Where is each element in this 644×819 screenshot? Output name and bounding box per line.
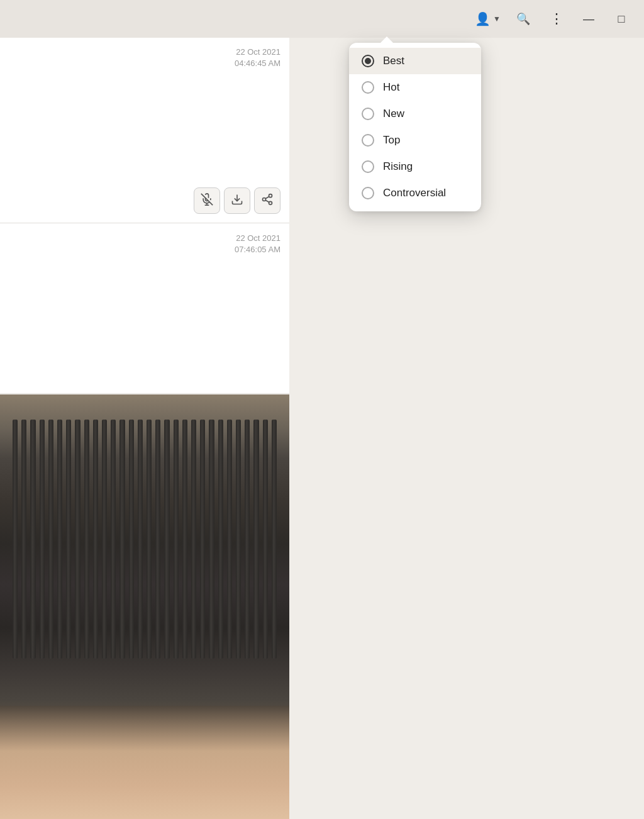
sort-option-rising[interactable]: Rising: [349, 153, 481, 180]
vent-stripe: [164, 420, 169, 659]
vent-stripe: [102, 420, 107, 659]
download-icon: [231, 193, 243, 209]
post-date-1: 22 Oct 2021 04:46:45 AM: [235, 47, 280, 69]
svg-point-4: [269, 194, 272, 197]
mic-off-button[interactable]: [194, 187, 220, 214]
vent-stripe: [13, 420, 18, 659]
sort-option-best[interactable]: Best: [349, 48, 481, 74]
user-icon: 👤: [475, 11, 491, 26]
kitchen-image: [0, 394, 289, 819]
person-silhouette: [0, 706, 289, 819]
sort-label-rising: Rising: [383, 160, 413, 173]
sort-dropdown: Best Hot New Top Rising Controversial: [349, 43, 481, 211]
post-actions-1: [194, 187, 280, 214]
vent-stripe: [218, 420, 223, 659]
vent-stripe: [245, 420, 250, 659]
vent-stripe: [200, 420, 205, 659]
sort-option-controversial[interactable]: Controversial: [349, 180, 481, 206]
post-card-1: 22 Oct 2021 04:46:45 AM: [0, 38, 289, 223]
svg-point-6: [269, 201, 272, 204]
mic-off-icon: [201, 193, 213, 209]
maximize-icon: □: [618, 13, 625, 26]
sort-label-new: New: [383, 108, 404, 120]
more-options-button[interactable]: ⋮: [541, 6, 571, 31]
minimize-button[interactable]: —: [574, 6, 604, 31]
vent-stripe: [182, 420, 187, 659]
svg-line-8: [265, 196, 269, 198]
vent-stripe: [21, 420, 26, 659]
share-icon: [261, 193, 274, 209]
post-meta-2: 22 Oct 2021 07:46:05 AM: [235, 233, 280, 255]
vent-stripes: [13, 420, 277, 659]
post-card-3: [0, 394, 289, 819]
vent-stripe: [84, 420, 89, 659]
sort-option-hot[interactable]: Hot: [349, 74, 481, 101]
sort-label-best: Best: [383, 55, 404, 67]
vent-stripe: [66, 420, 71, 659]
vent-stripe: [253, 420, 258, 659]
sort-label-controversial: Controversial: [383, 187, 446, 199]
post-card-2: 22 Oct 2021 07:46:05 AM: [0, 224, 289, 394]
vent-stripe: [174, 420, 179, 659]
vent-stripe: [191, 420, 196, 659]
minimize-icon: —: [583, 13, 594, 26]
maximize-button[interactable]: □: [606, 6, 636, 31]
sort-label-top: Top: [383, 134, 400, 147]
sort-label-hot: Hot: [383, 81, 399, 94]
vent-stripe: [129, 420, 134, 659]
radio-rising: [362, 160, 374, 173]
post-meta-1: 22 Oct 2021 04:46:45 AM: [235, 47, 280, 69]
sort-option-new[interactable]: New: [349, 101, 481, 127]
share-button[interactable]: [254, 187, 280, 214]
post-date-2: 22 Oct 2021 07:46:05 AM: [235, 233, 280, 255]
svg-point-5: [263, 198, 266, 201]
search-icon: 🔍: [516, 12, 530, 26]
radio-top: [362, 134, 374, 147]
radio-hot: [362, 81, 374, 94]
vent-stripe: [40, 420, 45, 659]
vent-stripe: [263, 420, 268, 659]
vent-stripe: [147, 420, 152, 659]
vent-stripe: [30, 420, 35, 659]
radio-new: [362, 108, 374, 120]
vent-stripe: [155, 420, 160, 659]
vent-stripe: [138, 420, 143, 659]
vent-stripe: [111, 420, 116, 659]
search-button[interactable]: 🔍: [508, 6, 538, 31]
more-icon: ⋮: [550, 11, 563, 27]
vent-stripe: [209, 420, 214, 659]
vent-stripe: [75, 420, 80, 659]
vent-stripe: [236, 420, 241, 659]
content-area: 22 Oct 2021 04:46:45 AM: [0, 38, 289, 819]
sort-option-top[interactable]: Top: [349, 127, 481, 153]
vent-stripe: [57, 420, 62, 659]
vent-stripe: [227, 420, 232, 659]
vent-stripe: [272, 420, 277, 659]
vent-stripe: [93, 420, 98, 659]
svg-line-7: [265, 200, 269, 202]
radio-controversial: [362, 187, 374, 199]
radio-best: [362, 55, 374, 67]
titlebar: 👤 ▼ 🔍 ⋮ — □: [0, 0, 644, 38]
user-menu-button[interactable]: 👤 ▼: [470, 6, 506, 31]
download-button[interactable]: [224, 187, 250, 214]
chevron-down-icon: ▼: [493, 14, 501, 23]
vent-stripe: [119, 420, 125, 659]
vent-stripe: [48, 420, 53, 659]
